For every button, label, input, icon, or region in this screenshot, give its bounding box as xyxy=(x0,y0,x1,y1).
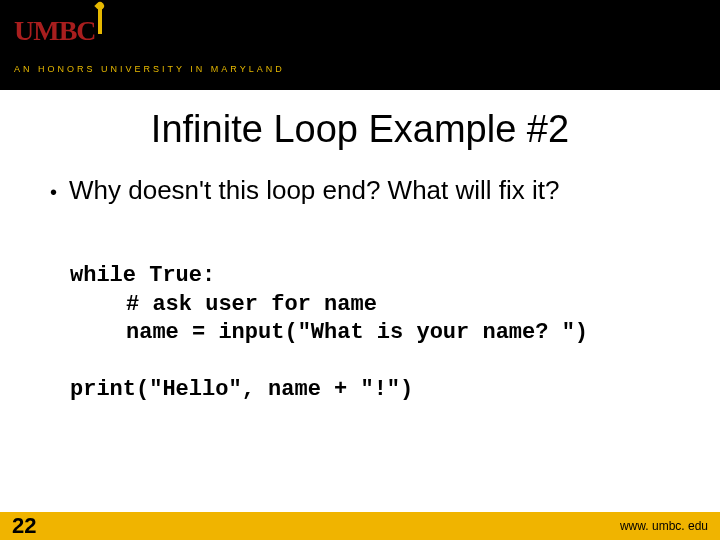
logo-letter-u: U xyxy=(14,15,33,46)
footer-url: www. umbc. edu xyxy=(620,519,708,533)
code-line-1: while True: xyxy=(70,262,720,291)
slide-title: Infinite Loop Example #2 xyxy=(0,108,720,151)
bullet-marker: • xyxy=(50,181,57,204)
code-block: while True: # ask user for name name = i… xyxy=(0,262,720,404)
code-line-4: print("Hello", name + "!") xyxy=(70,376,720,405)
umbc-logo: UMBC xyxy=(14,14,104,47)
code-line-3: name = input("What is your name? ") xyxy=(70,319,720,348)
tagline: AN HONORS UNIVERSITY IN MARYLAND xyxy=(14,64,285,74)
logo-letter-m: M xyxy=(33,15,58,46)
logo-letter-c: C xyxy=(76,15,95,46)
bullet-line: • Why doesn't this loop end? What will f… xyxy=(50,175,700,206)
header-bar: UMBC AN HONORS UNIVERSITY IN MARYLAND xyxy=(0,0,720,90)
torch-icon xyxy=(98,8,102,34)
slide-number: 22 xyxy=(12,513,36,539)
bullet-text: Why doesn't this loop end? What will fix… xyxy=(69,175,560,206)
bullet-area: • Why doesn't this loop end? What will f… xyxy=(0,175,720,206)
logo-letter-b: B xyxy=(59,15,77,46)
footer-bar: 22 www. umbc. edu xyxy=(0,512,720,540)
code-line-2: # ask user for name xyxy=(70,291,720,320)
